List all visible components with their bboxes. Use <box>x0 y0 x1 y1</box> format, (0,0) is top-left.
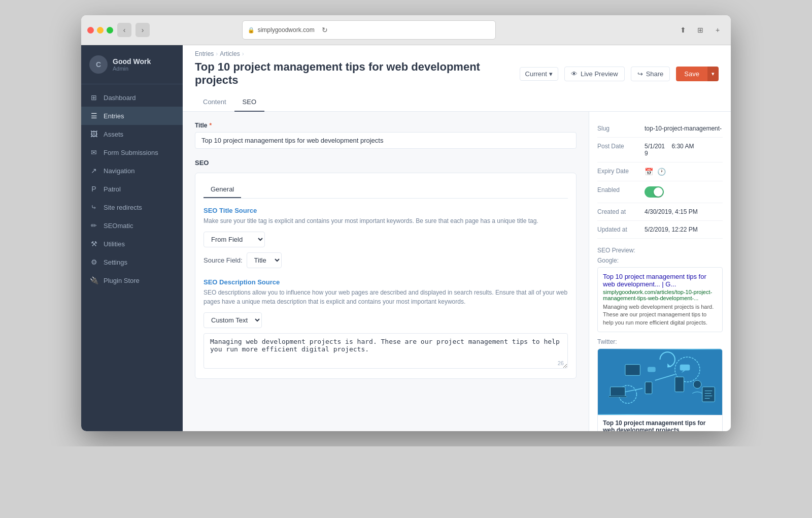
url-text: simplygoodwork.com <box>258 26 315 34</box>
svg-rect-8 <box>675 377 684 392</box>
title-label: Title * <box>195 122 577 129</box>
sidebar-item-label: Site redirects <box>104 204 142 211</box>
sidebar-item-label: Plugin Store <box>104 277 140 284</box>
sidebar-item-settings[interactable]: ⚙ Settings <box>81 253 183 271</box>
sidebar-brand: C Good Work Admin <box>81 45 183 84</box>
title-input[interactable] <box>195 132 577 149</box>
calendar-icon[interactable]: 📅 <box>645 168 653 176</box>
breadcrumb-entries[interactable]: Entries <box>195 50 214 57</box>
seomatic-icon: ✏ <box>89 221 98 230</box>
plugin-store-icon: 🔌 <box>89 276 98 285</box>
back-button[interactable]: ‹ <box>117 23 131 37</box>
google-preview: Top 10 project management tips for web d… <box>597 267 723 332</box>
post-date-label: Post Date <box>597 143 640 150</box>
reload-button[interactable]: ↻ <box>318 23 332 37</box>
seo-section-title: SEO <box>195 159 577 167</box>
share-icon: ↪ <box>637 70 643 78</box>
twitter-preview-image <box>598 349 722 415</box>
svg-rect-12 <box>648 367 656 372</box>
minimize-button[interactable] <box>97 27 104 34</box>
sidebar-item-entries[interactable]: ☰ Entries <box>81 107 183 125</box>
forward-button[interactable]: › <box>136 23 150 37</box>
sidebar-item-label: Navigation <box>104 167 134 175</box>
post-date-value: 5/1/2019 <box>645 143 667 157</box>
seo-card: General SEO Title Source Make sure your … <box>195 173 577 379</box>
source-field-select[interactable]: Title Slug <box>247 252 282 268</box>
form-submissions-icon: ✉ <box>89 148 98 157</box>
updated-at-value: 5/2/2019, 12:22 PM <box>645 226 723 233</box>
google-desc: Managing web development projects is har… <box>603 303 717 327</box>
maximize-button[interactable] <box>107 27 113 34</box>
seo-tab-general[interactable]: General <box>204 181 241 198</box>
close-button[interactable] <box>87 27 94 34</box>
navigation-icon: ↗ <box>89 166 98 175</box>
brand-name[interactable]: Good Work <box>113 57 175 66</box>
sidebar-item-label: SEOmatic <box>104 222 133 230</box>
breadcrumb-articles[interactable]: Articles <box>220 50 240 57</box>
created-at-label: Created at <box>597 208 640 215</box>
sidebar-item-site-redirects[interactable]: ⤷ Site redirects <box>81 198 183 216</box>
required-indicator: * <box>209 122 212 129</box>
sidebar-item-label: Dashboard <box>104 94 136 102</box>
save-btn-group: Save ▾ <box>676 67 719 81</box>
tab-seo[interactable]: SEO <box>234 93 264 112</box>
traffic-lights <box>87 27 113 34</box>
slug-label: Slug <box>597 125 640 132</box>
sidebar-item-patrol[interactable]: P Patrol <box>81 180 183 198</box>
meta-post-date-row: Post Date 5/1/2019 6:30 AM <box>597 138 723 163</box>
seo-description-source-select[interactable]: Custom Text From Field <box>204 312 262 328</box>
updated-at-label: Updated at <box>597 226 640 233</box>
google-title: Top 10 project management tips for web d… <box>603 273 717 288</box>
meta-expiry-row: Expiry Date 📅 🕐 <box>597 163 723 181</box>
settings-icon: ⚙ <box>89 257 98 267</box>
add-tab-button[interactable]: + <box>710 23 725 37</box>
new-tab-icon[interactable]: ⊞ <box>693 23 707 37</box>
sidebar-item-assets[interactable]: 🖼 Assets <box>81 125 183 143</box>
dashboard-icon: ⊞ <box>89 93 98 102</box>
title-field-group: Title * <box>195 122 577 149</box>
sidebar-item-utilities[interactable]: ⚒ Utilities <box>81 235 183 253</box>
google-preview-label: Google: <box>597 257 723 264</box>
sidebar-item-seomatic[interactable]: ✏ SEOmatic <box>81 216 183 235</box>
tabs-bar: Content SEO <box>183 93 731 112</box>
svg-rect-5 <box>645 382 652 394</box>
created-at-value: 4/30/2019, 4:15 PM <box>645 208 723 215</box>
sidebar: C Good Work Admin ⊞ Dashboard ☰ Entries … <box>81 45 183 431</box>
tab-content[interactable]: Content <box>195 93 234 112</box>
status-dropdown[interactable]: Current ▾ <box>520 67 558 81</box>
seo-description-source-desc: SEO descriptions allow you to influence … <box>204 288 568 306</box>
address-bar[interactable]: 🔒 simplygoodwork.com ↻ <box>242 20 496 40</box>
brand-role: Admin <box>113 66 175 72</box>
seo-title-source-label: SEO Title Source <box>204 207 568 214</box>
live-preview-button[interactable]: 👁 Live Preview <box>564 67 625 81</box>
description-textarea[interactable]: Managing web development projects is har… <box>204 333 568 369</box>
toggle-knob <box>654 187 663 197</box>
enabled-toggle[interactable] <box>645 186 664 198</box>
meta-slug-row: Slug top-10-project-management- <box>597 120 723 138</box>
svg-rect-19 <box>625 365 640 376</box>
twitter-card-text: Top 10 project management tips for web d… <box>598 415 722 431</box>
form-area: Title * SEO General <box>183 112 589 431</box>
clock-icon[interactable]: 🕐 <box>657 168 666 176</box>
save-dropdown-button[interactable]: ▾ <box>707 67 719 81</box>
seo-title-source-desc: Make sure your title tag is explicit and… <box>204 216 568 225</box>
share-icon[interactable]: ⬆ <box>676 23 690 37</box>
sidebar-item-label: Form Submissions <box>104 149 158 156</box>
seo-preview-label: SEO Preview: <box>597 247 723 254</box>
sidebar-item-plugin-store[interactable]: 🔌 Plugin Store <box>81 271 183 289</box>
sidebar-item-form-submissions[interactable]: ✉ Form Submissions <box>81 143 183 161</box>
brand-avatar: C <box>89 55 108 74</box>
meta-date-values: 5/1/2019 6:30 AM <box>645 143 695 157</box>
save-button[interactable]: Save <box>676 67 707 81</box>
share-button[interactable]: ↪ Share <box>631 67 670 81</box>
svg-rect-14 <box>702 387 715 402</box>
sidebar-item-navigation[interactable]: ↗ Navigation <box>81 161 183 180</box>
lock-icon: 🔒 <box>248 27 255 34</box>
sidebar-item-label: Patrol <box>104 185 121 193</box>
meta-sidebar: Slug top-10-project-management- Post Dat… <box>589 112 731 431</box>
sidebar-item-dashboard[interactable]: ⊞ Dashboard <box>81 88 183 107</box>
char-count: 26 <box>558 360 564 366</box>
main-content: Entries › Articles › Top 10 project mana… <box>183 45 731 431</box>
seo-title-source-select[interactable]: From Field Custom Text Same as Title <box>204 232 265 247</box>
enabled-label: Enabled <box>597 186 640 193</box>
